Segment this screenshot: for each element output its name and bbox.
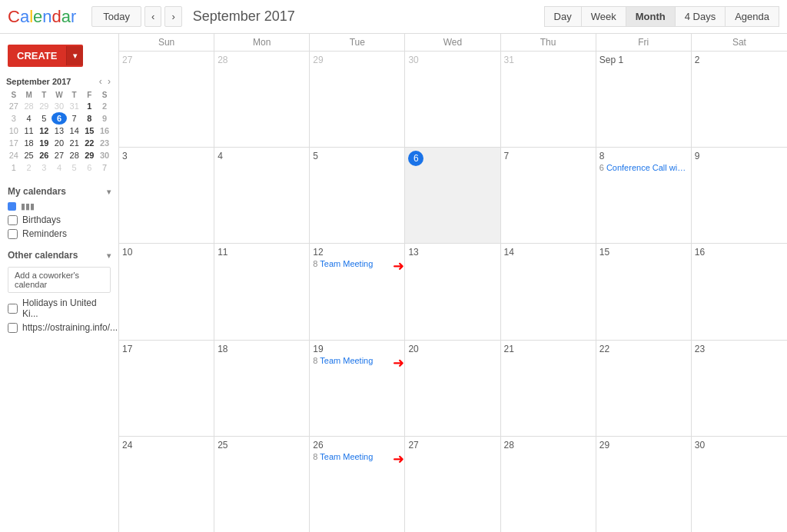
view-week-button[interactable]: Week [581, 6, 626, 27]
event-team-meeting-12[interactable]: 8 Team Meeting [313, 259, 401, 268]
mini-day-10[interactable]: 10 [6, 125, 22, 137]
mini-day-2[interactable]: 2 [97, 100, 112, 112]
mini-prev-button[interactable]: ‹ [98, 76, 104, 87]
day-cell-16[interactable]: 16 [692, 244, 787, 339]
mini-day-16[interactable]: 16 [97, 125, 112, 137]
mini-day-28-om[interactable]: 28 [22, 100, 37, 112]
day-cell-5[interactable]: 5 [310, 148, 405, 243]
mini-day-17[interactable]: 17 [6, 137, 22, 149]
day-cell-15[interactable]: 15 [596, 244, 692, 339]
view-4days-button[interactable]: 4 Days [675, 6, 726, 27]
day-cell-aug29[interactable]: 29 [310, 52, 405, 147]
my-calendar-reminders[interactable]: Reminders [8, 227, 111, 241]
day-cell-23[interactable]: 23 [692, 341, 787, 436]
day-cell-14[interactable]: 14 [501, 244, 596, 339]
birthdays-checkbox[interactable] [8, 215, 18, 225]
mini-day-3-om[interactable]: 3 [36, 161, 51, 174]
mini-day-24[interactable]: 24 [6, 149, 22, 161]
mini-day-25[interactable]: 25 [22, 149, 37, 161]
mini-day-18[interactable]: 18 [22, 137, 37, 149]
day-cell-29[interactable]: 29 [596, 437, 692, 532]
day-cell-8[interactable]: 8 ➜ 6 Conference Call with Jo [596, 148, 692, 243]
day-cell-aug30[interactable]: 30 [405, 52, 500, 147]
event-team-meeting-19[interactable]: 8 Team Meeting [313, 356, 401, 365]
mini-day-23[interactable]: 23 [97, 137, 112, 149]
other-calendar-holidays[interactable]: Holidays in United Ki... [8, 296, 111, 321]
mini-day-30[interactable]: 30 [97, 149, 112, 161]
mini-day-1[interactable]: 1 [82, 100, 98, 112]
mini-day-9[interactable]: 9 [97, 112, 112, 125]
my-calendar-birthdays[interactable]: Birthdays [8, 213, 111, 227]
mini-day-22[interactable]: 22 [82, 137, 98, 149]
mini-day-11[interactable]: 11 [22, 125, 37, 137]
mini-day-28[interactable]: 28 [67, 149, 82, 161]
other-calendar-ostraining[interactable]: https://ostraining.info/... [8, 321, 111, 334]
mini-day-4-om[interactable]: 4 [51, 161, 67, 174]
mini-day-13[interactable]: 13 [51, 125, 67, 137]
view-month-button[interactable]: Month [626, 6, 676, 27]
day-cell-21[interactable]: 21 [501, 341, 596, 436]
event-conference-call[interactable]: 6 Conference Call with Jo [599, 163, 688, 172]
mini-next-button[interactable]: › [106, 76, 112, 87]
day-cell-10[interactable]: 10 [119, 244, 214, 339]
mini-day-7-om[interactable]: 7 [97, 161, 112, 174]
day-cell-aug28[interactable]: 28 [214, 52, 310, 147]
day-cell-7[interactable]: 7 [501, 148, 596, 243]
mini-day-20[interactable]: 20 [51, 137, 67, 149]
day-cell-20[interactable]: 20 [405, 341, 500, 436]
my-calendars-header[interactable]: My calendars ▾ [8, 186, 111, 197]
day-cell-aug27[interactable]: 27 [119, 52, 214, 147]
day-cell-25[interactable]: 25 [214, 437, 310, 532]
mini-day-19[interactable]: 19 [36, 137, 51, 149]
mini-day-31-om[interactable]: 31 [67, 100, 82, 112]
view-day-button[interactable]: Day [544, 6, 582, 27]
day-cell-22[interactable]: 22 [596, 341, 692, 436]
day-cell-28[interactable]: 28 [501, 437, 596, 532]
mini-day-5-om[interactable]: 5 [67, 161, 82, 174]
mini-day-2-om[interactable]: 2 [22, 161, 37, 174]
day-cell-9[interactable]: 9 [692, 148, 787, 243]
mini-day-12[interactable]: 12 [36, 125, 51, 137]
mini-day-14[interactable]: 14 [67, 125, 82, 137]
mini-day-27-om[interactable]: 27 [6, 100, 22, 112]
day-cell-26[interactable]: 26 ➜ 8 Team Meeting [310, 437, 405, 532]
day-cell-4[interactable]: 4 [214, 148, 310, 243]
day-cell-17[interactable]: 17 [119, 341, 214, 436]
add-coworker-button[interactable]: Add a coworker's calendar [8, 267, 111, 293]
other-calendars-header[interactable]: Other calendars ▾ [8, 250, 111, 261]
day-cell-6-today[interactable]: 6 [405, 148, 500, 243]
day-cell-sep2[interactable]: 2 [692, 52, 787, 147]
day-cell-18[interactable]: 18 [214, 341, 310, 436]
day-cell-30[interactable]: 30 [692, 437, 787, 532]
mini-day-27[interactable]: 27 [51, 149, 67, 161]
mini-day-21[interactable]: 21 [67, 137, 82, 149]
day-cell-24[interactable]: 24 [119, 437, 214, 532]
mini-day-1-om[interactable]: 1 [6, 161, 22, 174]
day-cell-12[interactable]: 12 ➜ 8 Team Meeting [310, 244, 405, 339]
holidays-checkbox[interactable] [8, 304, 18, 314]
day-cell-3[interactable]: 3 [119, 148, 214, 243]
view-agenda-button[interactable]: Agenda [725, 6, 779, 27]
today-button[interactable]: Today [91, 6, 141, 27]
mini-day-26[interactable]: 26 [36, 149, 51, 161]
day-cell-19[interactable]: 19 ➜ 8 Team Meeting [310, 341, 405, 436]
mini-day-6[interactable]: 6 [51, 112, 67, 125]
day-cell-sep1[interactable]: Sep 1 [596, 52, 692, 147]
mini-day-8[interactable]: 8 [82, 112, 98, 125]
prev-button[interactable]: ‹ [144, 6, 161, 27]
mini-day-29-om[interactable]: 29 [36, 100, 51, 112]
day-cell-aug31[interactable]: 31 [501, 52, 596, 147]
ostraining-checkbox[interactable] [8, 323, 18, 333]
mini-day-3[interactable]: 3 [6, 112, 22, 125]
mini-day-15[interactable]: 15 [82, 125, 98, 137]
mini-day-6-om[interactable]: 6 [82, 161, 98, 174]
mini-day-29[interactable]: 29 [82, 149, 98, 161]
my-calendar-main[interactable]: ▮▮▮ [8, 200, 111, 213]
create-btn-dropdown[interactable]: ▾ [66, 46, 83, 65]
next-button[interactable]: › [164, 6, 181, 27]
mini-day-30-om[interactable]: 30 [51, 100, 67, 112]
day-cell-13[interactable]: 13 [405, 244, 500, 339]
day-cell-27[interactable]: 27 [405, 437, 500, 532]
mini-day-4[interactable]: 4 [22, 112, 37, 125]
mini-day-7[interactable]: 7 [67, 112, 82, 125]
